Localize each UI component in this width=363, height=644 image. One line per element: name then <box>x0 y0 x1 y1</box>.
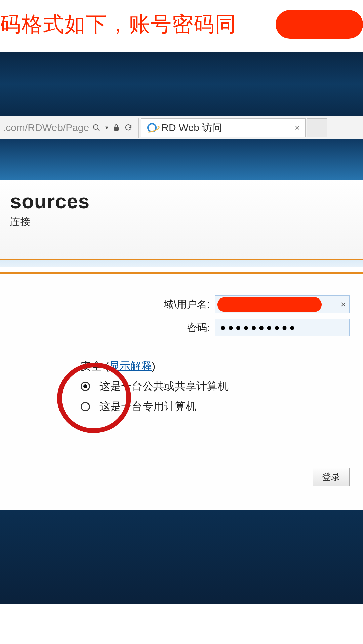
url-text: .com/RDWeb/Page <box>3 122 89 133</box>
bottom-white-area <box>0 604 363 644</box>
url-box[interactable]: .com/RDWeb/Page ▾ <box>0 118 139 138</box>
login-form-area: 域\用户名: × 密码: ●●●●●●●●●● 安全 (显示解释) 这是一台公共… <box>0 275 363 510</box>
security-heading: 安全 (显示解释) <box>81 359 350 374</box>
clear-icon[interactable]: × <box>341 299 346 310</box>
browser-tab[interactable]: RD Web 访问 × <box>141 118 306 137</box>
page-banner: sources 连接 <box>0 180 363 260</box>
new-tab-button[interactable] <box>307 118 327 137</box>
svg-rect-2 <box>114 127 119 131</box>
page-title: sources <box>10 190 353 213</box>
close-icon[interactable]: × <box>295 123 300 133</box>
username-label: 域\用户名: <box>164 297 210 311</box>
redaction-username <box>217 297 322 312</box>
url-controls: ▾ <box>92 124 136 132</box>
refresh-icon[interactable] <box>124 124 132 132</box>
radio-private-label: 这是一台专用计算机 <box>99 399 196 414</box>
orange-divider <box>0 272 363 274</box>
form-divider-2 <box>13 438 350 438</box>
password-label: 密码: <box>187 321 210 335</box>
browser-address-bar: .com/RDWeb/Page ▾ RD Web 访问 × <box>0 116 363 139</box>
ie-icon <box>147 122 157 133</box>
show-explanation-link[interactable]: 显示解释 <box>109 360 152 372</box>
security-section: 安全 (显示解释) 这是一台公共或共享计算机 这是一台专用计算机 <box>13 359 350 414</box>
search-icon[interactable] <box>92 124 100 132</box>
tab-title: RD Web 访问 <box>161 121 291 135</box>
password-input[interactable]: ●●●●●●●●●● <box>215 319 350 336</box>
dropdown-icon[interactable]: ▾ <box>105 124 108 131</box>
radio-public-label: 这是一台公共或共享计算机 <box>99 379 229 394</box>
svg-point-0 <box>93 125 98 129</box>
window-chrome-dark-bottom <box>0 510 363 604</box>
redaction-blob-top <box>276 10 363 39</box>
password-mask: ●●●●●●●●●● <box>220 322 297 333</box>
form-divider-3 <box>13 496 350 496</box>
radio-public[interactable] <box>81 382 90 391</box>
username-row: 域\用户名: × <box>13 295 350 313</box>
login-button[interactable]: 登录 <box>313 468 350 486</box>
password-row: 密码: ●●●●●●●●●● <box>13 319 350 336</box>
radio-public-row[interactable]: 这是一台公共或共享计算机 <box>81 379 350 394</box>
security-label: 安全 <box>81 360 102 372</box>
window-chrome-dark <box>0 52 363 116</box>
radio-private[interactable] <box>81 402 90 411</box>
svg-line-1 <box>97 129 99 131</box>
lock-icon <box>113 124 120 131</box>
radio-private-row[interactable]: 这是一台专用计算机 <box>81 399 350 414</box>
username-input[interactable]: × <box>215 295 350 313</box>
login-row: 登录 <box>13 468 350 486</box>
form-divider <box>13 349 350 349</box>
page-subtitle: 连接 <box>10 215 353 229</box>
